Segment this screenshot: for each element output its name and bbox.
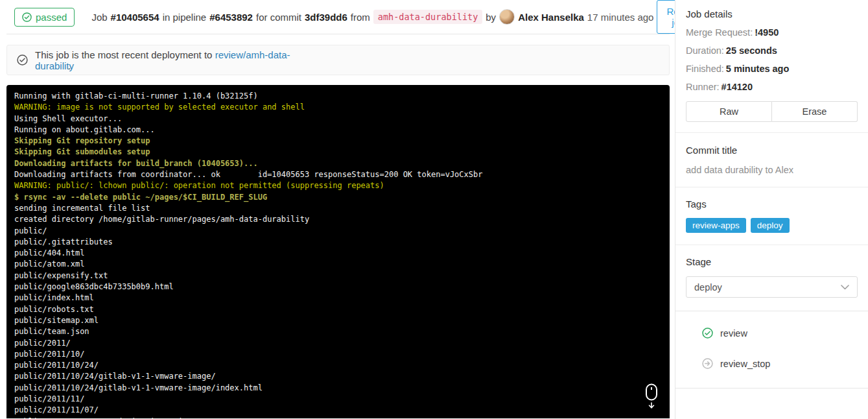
job-log[interactable]: Running with gitlab-ci-multi-runner 1.10… [6, 85, 670, 418]
log-line: sending incremental file list [14, 203, 662, 214]
job-page: passed Job #10405654 in pipeline #645389… [0, 0, 868, 419]
log-line: public/2011/ [14, 338, 662, 349]
tag-list: review-appsdeploy [686, 218, 858, 233]
stage-builds-list: review review_stop [675, 311, 868, 389]
tags-heading: Tags [686, 198, 858, 210]
detail-value: #14120 [721, 82, 753, 92]
log-line: public/2011/10/24/gitlab-v1-1-vmware-ima… [14, 371, 662, 382]
scroll-down-indicator[interactable] [642, 383, 661, 414]
status-success-icon [702, 328, 713, 339]
detail-label: Finished: [686, 64, 724, 74]
build-name: review [720, 328, 747, 339]
log-line: public/expensify.txt [14, 270, 662, 281]
notice-period: . [68, 60, 71, 71]
job-header: passed Job #10405654 in pipeline #645389… [6, 0, 670, 34]
job-main-column: passed Job #10405654 in pipeline #645389… [0, 0, 675, 419]
job-details-title: Job details [686, 8, 858, 19]
notice-text: This job is the most recent deployment t… [35, 49, 326, 71]
job-detail-row: Duration:25 seconds [686, 45, 858, 56]
log-line: public/index.html [14, 293, 662, 304]
time-ago: 17 minutes ago [587, 12, 654, 23]
log-line: public/google863dbc4b7335b0b9.html [14, 281, 662, 293]
log-line: public/robots.txt [14, 304, 662, 315]
commit-title-text: add data durability to Alex [686, 165, 858, 175]
in-pipeline-words: in pipeline [163, 12, 207, 23]
commit-sha-link[interactable]: 3df39dd6 [305, 12, 347, 23]
log-line: public/atom.xml [14, 259, 662, 270]
log-line: Downloading artifacts for build_branch (… [14, 158, 662, 169]
log-line: public/team.json [14, 326, 662, 337]
log-line: public/ [14, 226, 662, 237]
job-detail-row: Merge Request:!4950 [686, 27, 858, 38]
status-badge: passed [14, 8, 75, 27]
job-sidebar: Job details Merge Request:!4950Duration:… [675, 0, 868, 419]
detail-value: 25 seconds [726, 45, 777, 56]
chevron-down-icon [841, 285, 849, 290]
job-word: Job [91, 12, 107, 23]
avatar[interactable] [499, 9, 515, 25]
mouse-scroll-icon [644, 383, 659, 411]
log-line: created directory /home/gitlab-runner/pa… [14, 214, 662, 225]
tag-badge[interactable]: review-apps [686, 218, 746, 233]
log-line: Running on about.gitlab.com... [14, 125, 662, 136]
notice-check-icon [17, 54, 28, 66]
log-line: public/.gitattributes [14, 237, 662, 248]
by-word: by [486, 12, 496, 23]
log-line: Skipping Git submodules setup [14, 147, 662, 158]
build-item-review[interactable]: review [686, 318, 858, 348]
author-name-link[interactable]: Alex Hanselka [518, 12, 584, 23]
log-line: WARNING: public/: lchown public/: operat… [14, 180, 662, 191]
status-badge-label: passed [36, 12, 67, 23]
log-line: public/sitemap.xml [14, 315, 662, 326]
log-line: public/404.html [14, 248, 662, 259]
build-item-review_stop[interactable]: review_stop [686, 348, 858, 379]
job-details-section: Job details Merge Request:!4950Duration:… [675, 0, 868, 133]
tags-section: Tags review-appsdeploy [675, 187, 868, 245]
header-summary: Job #10405654 in pipeline #6453892 for c… [91, 9, 657, 25]
log-line: Skipping Git repository setup [14, 136, 662, 147]
log-line: public/2011/10/24/gitlab-v1-1-vmware-ima… [14, 383, 662, 394]
stage-dropdown[interactable]: deploy [686, 276, 858, 298]
log-line: $ rsync -av --delete public ~/pages/$CI_… [14, 192, 662, 203]
passed-check-icon [22, 12, 32, 22]
erase-button[interactable]: Erase [772, 101, 858, 122]
log-line: Using Shell executor... [14, 114, 662, 125]
from-word: from [351, 12, 370, 23]
detail-label: Merge Request: [686, 27, 753, 38]
trace-buttons: Raw Erase [686, 101, 858, 122]
notice-sentence: This job is the most recent deployment t… [35, 49, 212, 60]
job-detail-row: Runner:#14120 [686, 82, 858, 92]
log-line: public/2011/10/24/ [14, 360, 662, 371]
job-id-link[interactable]: #10405654 [111, 12, 159, 23]
commit-title-section: Commit title add data durability to Alex [675, 133, 868, 187]
job-details-rows: Merge Request:!4950Duration:25 secondsFi… [686, 27, 858, 92]
build-name: review_stop [720, 359, 770, 369]
stage-heading: Stage [686, 256, 858, 267]
tag-badge[interactable]: deploy [751, 218, 790, 233]
log-line: public/2011/11/07/new-design-is-coming/ [14, 416, 662, 418]
detail-value: 5 minutes ago [726, 64, 790, 74]
log-line: Downloading artifacts from coordinator..… [14, 169, 662, 180]
log-line: WARNING: image is not supported by selec… [14, 102, 662, 113]
branch-ref-link[interactable]: amh-data-durability [373, 10, 482, 24]
log-line: public/2011/11/07/ [14, 405, 662, 416]
status-manual-icon [702, 358, 713, 369]
pipeline-id-link[interactable]: #6453892 [209, 12, 253, 23]
log-line: public/2011/10/ [14, 349, 662, 360]
stage-section: Stage deploy [675, 245, 868, 311]
log-line: Running with gitlab-ci-multi-runner 1.10… [14, 91, 662, 102]
for-commit-words: for commit [256, 12, 301, 23]
detail-label: Duration: [686, 45, 724, 56]
raw-button[interactable]: Raw [686, 101, 772, 122]
detail-value: !4950 [755, 27, 779, 38]
job-detail-row: Finished:5 minutes ago [686, 64, 858, 74]
stage-selected-value: deploy [694, 282, 722, 293]
job-log-lines: Running with gitlab-ci-multi-runner 1.10… [14, 91, 662, 418]
log-line: public/2011/11/ [14, 394, 662, 405]
detail-label: Runner: [686, 82, 720, 92]
commit-title-heading: Commit title [686, 145, 858, 156]
deployment-notice: This job is the most recent deployment t… [6, 45, 670, 75]
